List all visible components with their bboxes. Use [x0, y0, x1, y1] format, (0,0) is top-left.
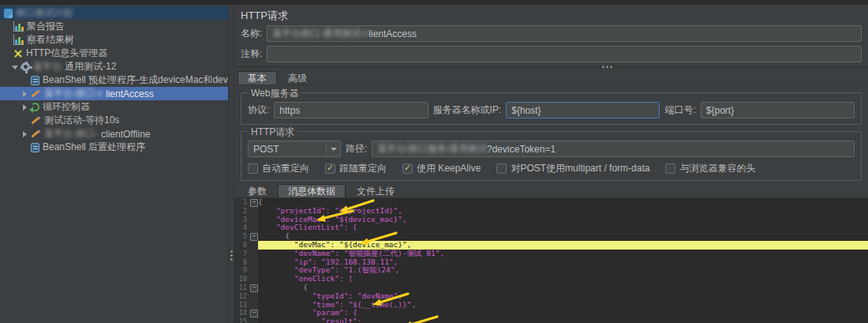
checkbox-auto-redirect[interactable]: 自动重定向: [248, 163, 309, 175]
code-line: "oneClick": [: [258, 275, 868, 284]
http-sampler-icon: [31, 129, 41, 139]
tree-item-test-plan[interactable]: 接口测试计划: [0, 6, 228, 20]
tab-basic[interactable]: 基本: [238, 71, 277, 85]
chevron-down-icon: [326, 141, 340, 156]
http-sampler-icon: [31, 88, 41, 99]
header-manager-icon: [13, 49, 23, 58]
code-line: "ip": "192.168.138.11",: [258, 258, 868, 267]
tab-parameters[interactable]: 参数: [238, 184, 277, 197]
code-line: "projectId": "${projectId}",: [258, 207, 868, 216]
checkbox-browser-compatible-headers[interactable]: 与浏览器兼容的头: [665, 163, 755, 175]
port-input[interactable]: [701, 102, 855, 118]
code-line: "time": "${__time(,)}",: [258, 301, 868, 310]
server-label: 服务器名称或IP:: [433, 103, 502, 117]
test-action-icon: [31, 115, 41, 126]
beanshell-icon: [31, 143, 39, 152]
protocol-input[interactable]: [274, 102, 428, 118]
tree-item-http-header-manager[interactable]: HTTP信息头管理器: [0, 47, 228, 60]
comment-label: 注释:: [241, 47, 262, 61]
tree-item-test-action-wait[interactable]: 测试活动-等待10s: [0, 114, 228, 127]
collapse-splitter[interactable]: •••: [234, 66, 868, 69]
protocol-label: 协议:: [248, 103, 269, 117]
expand-arrow-icon[interactable]: [21, 130, 29, 138]
page-title: HTTP请求: [234, 9, 868, 23]
beanshell-icon: [31, 76, 39, 85]
test-plan-tree: 接口测试计划 聚合报告 察看结果树 HTTP信息头管理器 某平台 通用测试-12…: [0, 5, 229, 323]
tree-item-beanshell-preprocessor[interactable]: BeanShell 预处理程序-生成deviceMac和deviceToken: [0, 73, 228, 87]
checkbox-box: [248, 163, 258, 174]
checkbox-box: [496, 163, 507, 174]
checkbox-box: [665, 163, 675, 174]
tab-body-data[interactable]: 消息体数据: [278, 184, 346, 197]
http-request-group: HTTP请求 POST 路径: 某平台/接口服务/通用测试 ?deviceTok…: [241, 131, 862, 181]
path-input[interactable]: 某平台/接口服务/通用测试 ?deviceToken=1: [372, 141, 855, 157]
checkbox-box: [402, 163, 413, 174]
code-line: {: [258, 198, 868, 207]
code-line-highlighted: "devMac": "${device_mac}",: [258, 241, 868, 250]
fold-marker-icon[interactable]: [249, 284, 258, 292]
code-line: "param": {: [258, 309, 868, 317]
code-line: {: [258, 284, 868, 292]
web-server-legend: Web服务器: [248, 87, 301, 100]
test-plan-icon: [4, 9, 13, 18]
tree-item-thread-group[interactable]: 某平台 通用测试-12: [0, 60, 228, 73]
http-request-legend: HTTP请求: [248, 126, 297, 139]
server-input[interactable]: [506, 102, 660, 118]
tab-advanced[interactable]: 高级: [278, 71, 317, 85]
code-line: "devClientList": [: [258, 223, 868, 232]
aggregate-report-icon: [13, 21, 24, 32]
port-label: 端口号:: [664, 103, 695, 117]
comment-input[interactable]: [267, 46, 862, 62]
method-select[interactable]: POST: [248, 141, 341, 157]
splitter-dots-icon: •••: [602, 63, 614, 71]
jmeter-window: 接口测试计划 聚合报告 察看结果树 HTTP信息头管理器 某平台 通用测试-12…: [0, 5, 868, 323]
name-label: 名称:: [241, 27, 262, 40]
name-input[interactable]: 某平台接口-通用测试-c lientAccess: [267, 25, 862, 42]
code-line: "devName": "智能插座(二代)-测试 01",: [258, 250, 868, 258]
fold-marker-icon[interactable]: [249, 198, 258, 207]
tree-item-http-request-clientaccess[interactable]: 某平台-接口-c lientAccess: [0, 87, 228, 100]
fold-marker-icon[interactable]: [249, 232, 258, 241]
web-server-group: Web服务器 协议: 服务器名称或IP: 端口号:: [241, 92, 862, 125]
expand-arrow-icon[interactable]: [21, 103, 29, 111]
tree-panel-splitter[interactable]: [229, 5, 234, 323]
fold-marker-icon[interactable]: [249, 309, 258, 317]
view-results-tree-icon: [13, 35, 24, 45]
tree-item-loop-controller[interactable]: 循环控制器: [0, 100, 228, 114]
checkbox-follow-redirects[interactable]: 跟随重定向: [325, 163, 387, 175]
code-line: "typeId": "devName",: [258, 292, 868, 301]
tree-item-http-request-clientoffline[interactable]: 某平台-接口- clientOffline: [0, 127, 228, 141]
path-label: 路径:: [346, 142, 367, 156]
body-data-editor[interactable]: 1{ 2 "projectId": "${projectId}", 3 "dev…: [234, 198, 868, 323]
checkbox-box: [325, 163, 335, 174]
checkbox-multipart[interactable]: 对POST使用multipart / form-data: [496, 163, 649, 175]
config-tabs: 基本 高级: [234, 71, 868, 85]
loop-controller-icon: [31, 103, 39, 111]
tab-files-upload[interactable]: 文件上传: [346, 184, 405, 197]
body-tabs: 参数 消息体数据 文件上传: [234, 184, 868, 198]
code-line: "deviceMac": "${device_mac}",: [258, 216, 868, 224]
code-line: "result":: [258, 317, 868, 323]
code-line: "devType": "1.(智能)24",: [258, 266, 868, 275]
checkbox-keepalive[interactable]: 使用 KeepAlive: [402, 163, 481, 175]
tree-item-aggregate-report[interactable]: 聚合报告: [0, 20, 228, 33]
http-request-panel: HTTP请求 名称: 某平台接口-通用测试-c lientAccess 注释: …: [234, 5, 868, 323]
gear-icon: [21, 62, 30, 71]
tree-item-beanshell-postprocessor[interactable]: BeanShell 后置处理程序: [0, 141, 228, 154]
tree-item-view-results-tree[interactable]: 察看结果树: [0, 33, 228, 47]
code-line: {: [258, 232, 868, 241]
expand-arrow-icon[interactable]: [21, 90, 29, 98]
expand-arrow-icon[interactable]: [12, 63, 20, 71]
